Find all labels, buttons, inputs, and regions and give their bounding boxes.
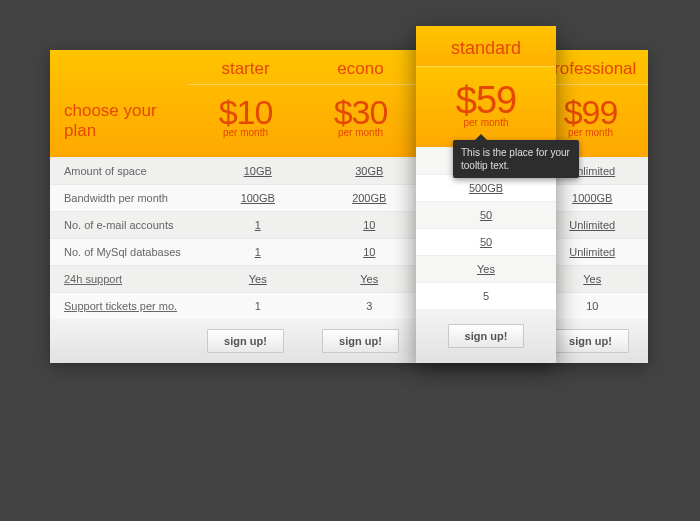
feature-value: 50	[416, 201, 556, 228]
feature-value: Yes	[416, 255, 556, 282]
table-row: 24h support Yes Yes Yes	[50, 265, 648, 292]
signup-button[interactable]: sign up!	[448, 324, 525, 348]
plan-price: $10	[188, 95, 303, 129]
plan-price: $59	[416, 81, 556, 119]
price-period: per month	[416, 117, 556, 128]
price-period: per month	[303, 127, 418, 138]
pricing-table: choose your plan starter $10 per month e…	[50, 50, 648, 363]
plan-col-starter: starter $10 per month	[188, 50, 303, 157]
heading: choose your plan	[50, 85, 188, 157]
feature-value: 1	[202, 246, 314, 258]
feature-label: Support tickets per mo.	[50, 300, 202, 312]
feature-value: Yes	[314, 273, 426, 285]
table-row: Support tickets per mo. 1 3 10	[50, 292, 648, 319]
feature-value: 50	[416, 228, 556, 255]
feature-value: 500GB	[416, 174, 556, 201]
plan-name: econo	[303, 50, 418, 85]
signup-button[interactable]: sign up!	[322, 329, 399, 353]
feature-label: 24h support	[50, 273, 202, 285]
feature-label: No. of MySql databases	[50, 246, 202, 258]
signup-button[interactable]: sign up!	[207, 329, 284, 353]
plan-price: $30	[303, 95, 418, 129]
feature-value: 10	[314, 219, 426, 231]
feature-value: 30GB	[314, 165, 426, 177]
tooltip: This is the place for your tooltip text.	[453, 140, 579, 178]
feature-value: 5	[416, 282, 556, 309]
feature-value: 1	[202, 300, 314, 312]
feature-label: Bandwidth per month	[50, 192, 202, 204]
feature-value: Yes	[202, 273, 314, 285]
plan-name: standard	[416, 26, 556, 67]
plan-col-econo: econo $30 per month	[303, 50, 418, 157]
signup-button[interactable]: sign up!	[552, 329, 629, 353]
feature-value: 10GB	[202, 165, 314, 177]
plan-name: starter	[188, 50, 303, 85]
table-row: Bandwidth per month 100GB 200GB 1000GB	[50, 184, 648, 211]
table-row: No. of e-mail accounts 1 10 Unlimited	[50, 211, 648, 238]
feature-value: 200GB	[314, 192, 426, 204]
feature-rows: Amount of space 10GB 30GB Unlimited Band…	[50, 157, 648, 319]
feature-value: 3	[314, 300, 426, 312]
feature-value: 10	[314, 246, 426, 258]
plan-col-standard: standard $59 per month 100GB 500GB 50 50…	[416, 26, 556, 363]
feature-label: Amount of space	[50, 165, 202, 177]
table-row: No. of MySql databases 1 10 Unlimited	[50, 238, 648, 265]
table-footer: sign up! sign up! sign up!	[50, 319, 648, 363]
feature-value: 1	[202, 219, 314, 231]
price-period: per month	[188, 127, 303, 138]
feature-value: 100GB	[202, 192, 314, 204]
feature-label: No. of e-mail accounts	[50, 219, 202, 231]
